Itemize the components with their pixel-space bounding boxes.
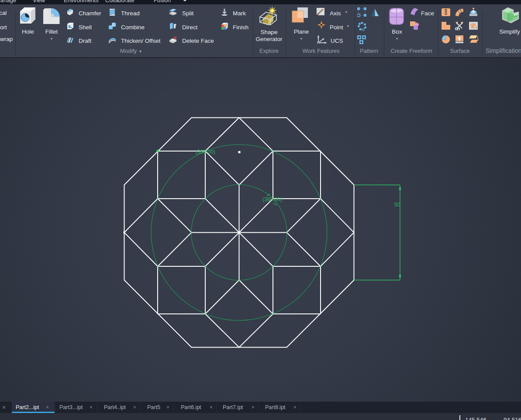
svg-text:(360.00): (360.00) xyxy=(196,149,215,155)
svg-text:50: 50 xyxy=(394,202,400,208)
svg-text:(360.00): (360.00) xyxy=(262,196,282,203)
